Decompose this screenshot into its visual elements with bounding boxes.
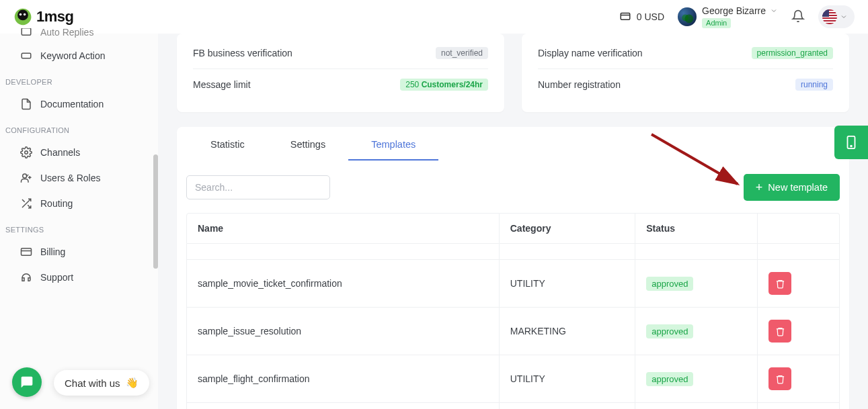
sidebar: Auto Replies Keyword Action DEVELOPER Do… — [0, 34, 158, 409]
sidebar-item-channels[interactable]: Channels — [0, 140, 158, 165]
svg-point-0 — [17, 10, 28, 21]
status-badge: permission_granted — [752, 47, 833, 59]
tab-templates[interactable]: Templates — [348, 127, 438, 161]
status-badge: running — [795, 79, 833, 91]
cell-name: sample_flight_confirmation — [186, 355, 500, 403]
cell-category: UTILITY — [500, 403, 635, 409]
card-label: Display name verification — [538, 48, 643, 58]
sidebar-group-configuration: CONFIGURATION — [0, 117, 158, 140]
delete-button[interactable] — [768, 367, 791, 390]
th-actions — [758, 213, 840, 244]
gear-icon — [20, 146, 32, 158]
new-template-button[interactable]: + New template — [744, 174, 840, 201]
chat-fab[interactable] — [12, 367, 42, 397]
svg-rect-10 — [22, 248, 32, 256]
app-body: Auto Replies Keyword Action DEVELOPER Do… — [0, 34, 868, 409]
trash-icon — [775, 279, 785, 289]
th-status[interactable]: Status — [635, 213, 758, 244]
card-row: Number registration running — [538, 69, 833, 100]
status-pill: approved — [646, 324, 693, 338]
sidebar-label: Support — [40, 272, 73, 283]
shuffle-icon — [20, 197, 32, 210]
panel-toolbar: + New template — [177, 161, 849, 213]
table-row: sample_flight_confirmation UTILITY appro… — [186, 355, 840, 403]
sidebar-item-auto-replies[interactable]: Auto Replies — [0, 28, 158, 38]
header-right: 0 USD George Bizarre Admin — [619, 5, 855, 28]
table-row: sample_issue_resolution MARKETING approv… — [186, 308, 840, 355]
sidebar-item-routing[interactable]: Routing — [0, 191, 158, 216]
preview-device-fab[interactable] — [834, 126, 868, 159]
wallet-icon — [619, 10, 631, 24]
smartphone-icon — [844, 134, 859, 151]
user-role-badge: Admin — [702, 18, 731, 28]
language-switcher[interactable] — [818, 5, 855, 28]
sidebar-label: Documentation — [40, 99, 104, 109]
cell-name: sample_issue_resolution — [186, 308, 500, 355]
card-row: Display name verification permission_gra… — [538, 38, 833, 69]
th-category[interactable]: Category — [500, 213, 635, 244]
user-menu[interactable]: George Bizarre Admin — [678, 5, 778, 28]
cell-status: approved — [635, 308, 758, 355]
trash-icon — [775, 374, 785, 384]
sidebar-item-billing[interactable]: Billing — [0, 239, 158, 265]
status-badge: not_verified — [436, 47, 488, 59]
sidebar-label: Users & Roles — [40, 173, 100, 183]
cell-category: UTILITY — [500, 355, 635, 403]
cell-actions — [758, 260, 840, 308]
card-label: Number registration — [538, 79, 621, 90]
cell-actions — [758, 355, 840, 403]
tab-settings[interactable]: Settings — [268, 127, 348, 161]
sidebar-item-users-roles[interactable]: Users & Roles — [0, 165, 158, 191]
sidebar-label: Channels — [40, 147, 80, 158]
document-icon — [20, 98, 32, 110]
search-input[interactable] — [186, 175, 330, 199]
sidebar-item-documentation[interactable]: Documentation — [0, 91, 158, 117]
headset-icon — [20, 271, 32, 283]
chat-bubble[interactable]: Chat with us 👋 — [54, 370, 149, 396]
keyboard-icon — [20, 50, 32, 62]
templates-table: Name Category Status sample_movie_ticket… — [186, 213, 840, 409]
svg-rect-4 — [22, 28, 31, 35]
bell-icon[interactable] — [791, 9, 805, 25]
trash-icon — [775, 326, 785, 336]
sidebar-group-settings: SETTINGS — [0, 216, 158, 239]
wave-emoji: 👋 — [126, 377, 139, 389]
svg-point-1 — [19, 13, 22, 16]
user-info: George Bizarre Admin — [702, 5, 778, 28]
card-number-status: Display name verification permission_gra… — [522, 34, 849, 112]
wallet-balance[interactable]: 0 USD — [619, 10, 664, 24]
scrollbar-thumb[interactable] — [153, 154, 158, 269]
th-name[interactable]: Name — [186, 213, 500, 244]
main-content: FB business verification not_verified Me… — [158, 34, 868, 409]
sidebar-label: Keyword Action — [40, 50, 106, 61]
svg-point-2 — [24, 13, 26, 16]
table-row: sample_movie_ticket_confirmation UTILITY… — [186, 260, 840, 308]
delete-button[interactable] — [768, 272, 791, 295]
card-row: Message limit 250 Customers/24hr — [193, 69, 488, 100]
flag-us-icon — [822, 9, 837, 24]
wallet-amount: 0 USD — [637, 11, 664, 22]
cell-category: MARKETING — [500, 308, 635, 355]
table-row: sample_movie_ticket_confirmation UTILITY… — [186, 403, 840, 409]
sidebar-label: Auto Replies — [40, 28, 93, 38]
chat-icon — [20, 375, 34, 389]
svg-rect-5 — [22, 53, 31, 58]
status-pill: approved — [646, 277, 693, 291]
user-name: George Bizarre — [702, 5, 766, 17]
plus-icon: + — [756, 181, 763, 193]
card-label: Message limit — [193, 79, 251, 90]
brand-logo[interactable]: 1msg — [13, 7, 73, 26]
svg-point-6 — [25, 151, 28, 154]
users-icon — [20, 172, 32, 184]
sidebar-item-support[interactable]: Support — [0, 265, 158, 290]
sidebar-item-keyword-action[interactable]: Keyword Action — [0, 43, 158, 69]
svg-point-14 — [851, 146, 852, 147]
cell-actions — [758, 308, 840, 355]
status-badge: 250 Customers/24hr — [400, 79, 488, 91]
cell-name: sample_movie_ticket_confirmation — [186, 260, 500, 308]
cell-actions — [758, 403, 840, 409]
delete-button[interactable] — [768, 320, 791, 343]
card-row: FB business verification not_verified — [193, 38, 488, 69]
cell-name: sample_movie_ticket_confirmation — [186, 403, 500, 409]
tab-statistic[interactable]: Statistic — [188, 127, 268, 161]
